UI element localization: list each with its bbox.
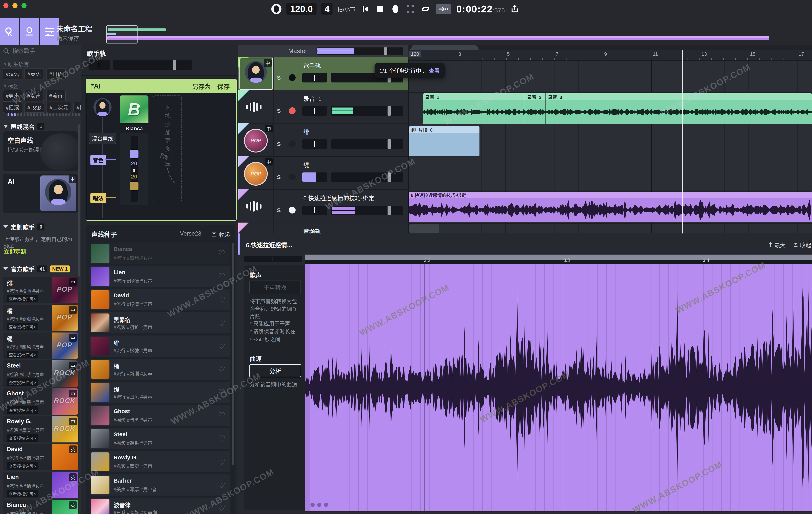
pagination-dots[interactable] bbox=[311, 503, 328, 507]
playhead[interactable] bbox=[683, 50, 683, 234]
search-row[interactable] bbox=[0, 45, 81, 57]
favorite-heart-icon[interactable]: ♡ bbox=[218, 248, 225, 258]
tempo-marker[interactable]: 120 bbox=[409, 51, 421, 57]
share-icon[interactable] bbox=[510, 4, 520, 14]
volume-slider[interactable] bbox=[331, 139, 403, 149]
seeds-collapse-button[interactable]: 收起 bbox=[211, 230, 230, 239]
seed-row[interactable]: Ghost #摇滚 #暗黑 #男声 ♡ bbox=[89, 405, 230, 426]
singer-card[interactable]: 英 David #流行 #抒情 #男声 查看授权许可> bbox=[3, 444, 78, 470]
minimize-window-button[interactable] bbox=[12, 3, 18, 8]
analyze-button[interactable]: 分析 bbox=[249, 364, 301, 377]
pan-slider[interactable] bbox=[302, 206, 327, 215]
fei-clip[interactable]: 绯_片段_0 bbox=[409, 126, 480, 156]
seed-mix-slider[interactable]: 20 20 bbox=[120, 133, 148, 205]
pan-slider[interactable] bbox=[302, 173, 327, 182]
track-row-audio[interactable]: 音频轨 bbox=[238, 222, 408, 234]
favorite-heart-icon[interactable]: ♡ bbox=[218, 457, 225, 466]
language-tag-chip[interactable]: #英语 bbox=[25, 68, 44, 80]
tag-pager-dots[interactable] bbox=[7, 113, 81, 116]
stop-icon[interactable] bbox=[375, 4, 385, 14]
save-as-button[interactable]: 另存为 bbox=[192, 82, 211, 91]
loop-strip[interactable] bbox=[408, 45, 812, 50]
singer-card[interactable]: ROCK 中 Ghost #摇滚 #暗黑 #男声 查看授权许可> bbox=[3, 388, 78, 415]
editor-hscrollbar[interactable] bbox=[305, 254, 812, 260]
time-signature-display[interactable]: 4 bbox=[321, 3, 332, 15]
record-arm-button[interactable] bbox=[289, 74, 296, 81]
license-link[interactable]: 查看授权许可> bbox=[7, 462, 38, 470]
singer-track-avatar-card[interactable]: 中 bbox=[239, 58, 273, 90]
editor-mini-slider[interactable] bbox=[244, 256, 302, 262]
bpm-display[interactable]: 120.0 bbox=[286, 3, 317, 15]
favorite-heart-icon[interactable]: ♡ bbox=[218, 295, 225, 304]
timbre-chip[interactable]: 音色 bbox=[90, 155, 106, 165]
seeds-preset[interactable]: Verse23 bbox=[180, 230, 201, 237]
audio-strip-clip[interactable] bbox=[409, 224, 439, 233]
track-row-ti[interactable]: POP 中 缇 S bbox=[238, 156, 408, 190]
favorite-heart-icon[interactable]: ♡ bbox=[218, 503, 225, 513]
track-pan-slider[interactable] bbox=[89, 60, 110, 70]
follow-playhead-icon[interactable] bbox=[436, 4, 452, 14]
seed-row[interactable]: Steel #摇滚 #韩系 #男声 ♡ bbox=[89, 428, 230, 449]
solo-button[interactable]: S bbox=[277, 207, 281, 213]
pan-slider[interactable] bbox=[302, 73, 327, 83]
seed-row[interactable]: 橘 #流行 #新潮 #女声 ♡ bbox=[89, 359, 230, 380]
favorite-heart-icon[interactable]: ♡ bbox=[218, 434, 225, 444]
blank-voice-card[interactable]: 空白声线 拖拽以开始混合声线 bbox=[3, 131, 78, 171]
record-icon[interactable] bbox=[390, 4, 401, 14]
volume-slider[interactable] bbox=[331, 106, 403, 116]
editor-waveform-view[interactable] bbox=[305, 264, 812, 511]
seed-art[interactable]: B bbox=[120, 95, 148, 123]
seed-row[interactable]: 黑昴宿 #摇滚 #粗犷 #男声 ♡ bbox=[89, 312, 230, 333]
singer-card[interactable]: 英 Lien #流行 #抒情 #女声 查看授权许可> bbox=[3, 472, 78, 498]
tag-chip[interactable]: #R&B bbox=[25, 103, 44, 113]
tag-chip[interactable]: #二次元 bbox=[47, 102, 71, 113]
license-link[interactable]: 查看授权许可> bbox=[7, 295, 38, 302]
singer-card[interactable]: POP 中 橘 #流行 #新潮 #女声 查看授权许可> bbox=[3, 305, 78, 331]
recording-clip[interactable]: 录音_1 录音_2 录音_3 bbox=[423, 93, 812, 124]
record-arm-button[interactable] bbox=[289, 107, 296, 114]
seed-row[interactable]: Rowly G. #摇滚 #厚实 #男声 ♡ bbox=[89, 451, 230, 473]
solo-button[interactable]: S bbox=[277, 174, 281, 180]
seed-row[interactable]: Lien #流行 #抒情 #女声 ♡ bbox=[89, 266, 230, 287]
save-button[interactable]: 保存 bbox=[217, 82, 230, 91]
audio6-clip[interactable]: 6.快速拉近感情的技巧-绑定 bbox=[409, 192, 812, 222]
favorite-heart-icon[interactable]: ♡ bbox=[218, 364, 225, 374]
license-link[interactable]: 查看授权许可> bbox=[7, 379, 38, 386]
tag-chip[interactable]: #女声 bbox=[25, 90, 44, 101]
loop-region[interactable] bbox=[410, 45, 480, 50]
track-row-audio6[interactable]: 6.快速拉近感情的技巧-绑定 S bbox=[238, 189, 408, 223]
master-fader-handle[interactable] bbox=[384, 48, 387, 55]
section-official-singers[interactable]: 官方歌手 41 NEW 1 bbox=[3, 265, 70, 273]
track-row-fei[interactable]: POP 中 绯 S bbox=[238, 123, 408, 157]
pan-slider[interactable] bbox=[302, 106, 327, 116]
singer-card[interactable]: POP 中 绯 #流行 #松弛 #男声 查看授权许可> bbox=[3, 277, 78, 303]
pan-slider[interactable] bbox=[302, 139, 327, 149]
solo-button[interactable]: S bbox=[277, 108, 281, 114]
loop-icon[interactable] bbox=[420, 4, 431, 14]
singer-card[interactable]: 英 Bianca #流行 #热烈 #女声 查看授权许可> bbox=[3, 500, 78, 514]
seed-row[interactable]: 缇 #流行 #国风 #男声 ♡ bbox=[89, 382, 230, 403]
volume-slider[interactable] bbox=[331, 206, 403, 215]
favorite-heart-icon[interactable]: ♡ bbox=[218, 341, 225, 351]
seed-row[interactable]: David #流行 #抒情 #男声 ♡ bbox=[89, 289, 230, 310]
maximize-button[interactable]: 最大 bbox=[768, 241, 786, 249]
bar-ruler[interactable]: 1 3 5 7 9 11 13 15 17 bbox=[408, 50, 812, 61]
seed-row[interactable]: Bianca #流行 #热烈 #女声 ♡ bbox=[89, 243, 230, 264]
record-arm-button[interactable] bbox=[289, 141, 296, 147]
tooltip-view-link[interactable]: 查看 bbox=[429, 66, 440, 74]
record-arm-button[interactable] bbox=[289, 174, 296, 180]
vocal-weight-handle[interactable] bbox=[130, 182, 139, 190]
volume-slider[interactable] bbox=[331, 173, 403, 182]
editor-time-ruler[interactable]: 3.2 3.3 3.4 bbox=[305, 260, 812, 264]
section-custom-singer[interactable]: 定制歌手 0 bbox=[3, 222, 45, 231]
timeline-area[interactable]: 120 1 3 5 7 9 11 13 15 17 录音_1 录音_2 录音_3… bbox=[408, 45, 812, 234]
timbre-weight-handle[interactable] bbox=[130, 150, 139, 158]
tag-chip[interactable]: #流行 bbox=[46, 90, 66, 101]
singer-panel-button[interactable] bbox=[20, 18, 39, 45]
collapse-button[interactable]: 收起 bbox=[793, 241, 811, 249]
license-link[interactable]: 查看授权许可> bbox=[7, 351, 38, 358]
favorite-heart-icon[interactable]: ♡ bbox=[218, 272, 225, 281]
favorite-heart-icon[interactable]: ♡ bbox=[218, 480, 225, 490]
waveform-zone[interactable]: 3.2 3.3 3.4 bbox=[305, 254, 812, 514]
link-icon[interactable] bbox=[132, 168, 137, 173]
